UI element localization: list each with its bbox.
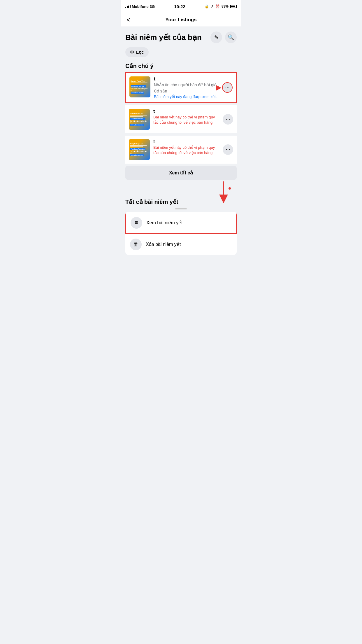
- network-label: 3G: [150, 4, 155, 9]
- nav-title: Your Listings: [165, 17, 196, 23]
- scroll-handle: [175, 208, 187, 209]
- listing-warning-3: Bài niêm yết này có thể vi phạm quy tắc …: [153, 145, 219, 155]
- svg-marker-1: [219, 195, 228, 203]
- status-left: Mobifone 3G: [125, 4, 155, 9]
- battery-label: 83%: [222, 4, 229, 8]
- nav-bar: < Your Listings: [121, 13, 241, 27]
- delete-listing-item[interactable]: 🗑 Xóa bài niêm yết: [125, 234, 237, 255]
- edit-icon: ✎: [214, 34, 219, 41]
- listing-review-1: Bài niêm yết này đang được xem xét.: [154, 94, 219, 99]
- view-listing-icon: ≡: [131, 217, 142, 229]
- edit-button[interactable]: ✎: [210, 32, 222, 43]
- signal-icon: [125, 5, 131, 8]
- view-listing-label: Xem bài niêm yết: [146, 220, 183, 225]
- main-content: Bài niêm yết của bạn ✎ 🔍 ⚙ Lọc Cần chú ý…: [121, 27, 241, 260]
- menu-icon: ≡: [135, 220, 138, 226]
- listing-info-3: t Bài niêm yết này có thể vi phạm quy tắ…: [153, 139, 219, 155]
- delete-listing-label: Xóa bài niêm yết: [146, 242, 181, 247]
- listing-thumbnail-3: Simple Page Vi... Facebook Ads mà... Dịc…: [129, 139, 150, 160]
- view-all-button[interactable]: Xem tất cả: [125, 166, 237, 180]
- listing-info-1: t Nhắn tin cho người bán để hỏi giá Có s…: [154, 76, 219, 99]
- need-attention-item-2[interactable]: Simple Page Vi... Facebook Ads mà... Dịc…: [125, 105, 237, 133]
- listing-info-2: t Bài niêm yết này có thể vi phạm quy tắ…: [153, 109, 219, 125]
- filter-label: Lọc: [136, 50, 144, 55]
- need-attention-item-1[interactable]: Simple Page Vi... Facebook Ads mà... Dịc…: [125, 72, 237, 103]
- header-actions: ✎ 🔍: [210, 32, 237, 43]
- down-arrow-svg: [216, 181, 231, 205]
- lock-icon: 🔒: [205, 4, 209, 8]
- trash-icon: 🗑: [133, 241, 138, 247]
- more-button-1[interactable]: ···: [222, 82, 233, 93]
- listing-status-1: Có sẵn: [154, 89, 219, 93]
- listing-item-1: Simple Page Vi... Facebook Ads mà... Dịc…: [126, 73, 236, 102]
- status-bar: Mobifone 3G 10:22 🔒 ↗ ⏰ 83%: [121, 0, 241, 13]
- back-button[interactable]: <: [125, 15, 132, 25]
- status-right: 🔒 ↗ ⏰ 83%: [205, 4, 237, 8]
- listing-thumbnail-2: Simple Page Vi... Facebook Ads mà... Dịc…: [129, 109, 150, 130]
- page-header: Bài niêm yết của bạn ✎ 🔍: [125, 32, 237, 43]
- listing-name-3: t: [153, 139, 219, 144]
- listing-desc-1: Nhắn tin cho người bán để hỏi giá: [154, 82, 219, 88]
- delete-listing-icon: 🗑: [130, 239, 142, 250]
- search-icon: 🔍: [228, 34, 234, 41]
- listing-thumbnail-1: Simple Page Vi... Facebook Ads mà... Dịc…: [129, 76, 150, 97]
- view-listing-action-wrapper[interactable]: ≡ Xem bài niêm yết: [125, 212, 237, 234]
- search-button[interactable]: 🔍: [225, 32, 237, 43]
- all-listings-section: ≡ Xem bài niêm yết 🗑 Xóa bài niêm yết: [125, 212, 237, 255]
- more-button-3[interactable]: ···: [223, 144, 233, 155]
- filter-button[interactable]: ⚙ Lọc: [125, 47, 149, 57]
- need-attention-title: Cần chú ý: [125, 62, 237, 69]
- view-listing-item[interactable]: ≡ Xem bài niêm yết: [126, 212, 236, 233]
- more-button-2[interactable]: ···: [223, 114, 233, 125]
- filter-icon: ⚙: [130, 50, 134, 55]
- alarm-icon: ⏰: [215, 4, 220, 8]
- need-attention-item-3[interactable]: Simple Page Vi... Facebook Ads mà... Dịc…: [125, 136, 237, 164]
- carrier-label: Mobifone: [132, 4, 149, 9]
- battery-icon: [230, 5, 237, 8]
- location-icon: ↗: [211, 4, 214, 8]
- page-title: Bài niêm yết của bạn: [125, 33, 202, 42]
- listing-warning-2: Bài niêm yết này có thể vi phạm quy tắc …: [153, 115, 219, 125]
- time-display: 10:22: [174, 4, 185, 9]
- listing-name-2: t: [153, 109, 219, 114]
- listing-name-1: t: [154, 76, 219, 82]
- view-all-label: Xem tất cả: [169, 170, 193, 175]
